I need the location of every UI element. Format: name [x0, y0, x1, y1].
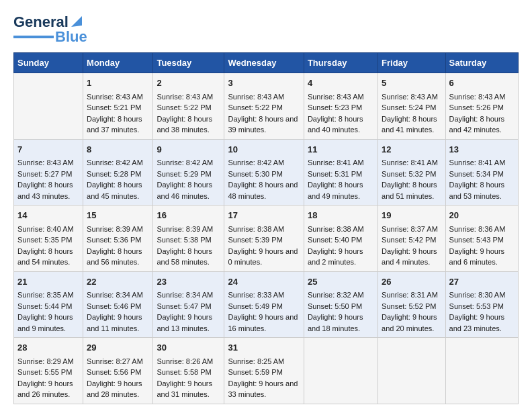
sunset-text: Sunset: 5:59 PM	[228, 367, 300, 378]
sunrise-text: Sunrise: 8:43 AM	[308, 91, 374, 103]
calendar-cell: 25Sunrise: 8:32 AMSunset: 5:50 PMDayligh…	[304, 271, 378, 338]
header-monday: Monday	[83, 53, 153, 73]
sunrise-text: Sunrise: 8:41 AM	[382, 157, 442, 169]
daylight-text: Daylight: 8 hours and 39 minutes.	[228, 113, 300, 136]
daylight-text: Daylight: 8 hours and 53 minutes.	[449, 179, 515, 201]
daylight-text: Daylight: 9 hours and 33 minutes.	[228, 378, 300, 400]
sunrise-text: Sunrise: 8:43 AM	[157, 91, 220, 103]
day-number: 26	[382, 275, 442, 289]
day-number: 15	[87, 209, 149, 222]
sunrise-text: Sunrise: 8:42 AM	[87, 157, 149, 169]
sunrise-text: Sunrise: 8:43 AM	[87, 91, 149, 103]
calendar-cell: 8Sunrise: 8:42 AMSunset: 5:28 PMDaylight…	[83, 139, 153, 205]
day-number: 14	[17, 209, 79, 222]
daylight-text: Daylight: 8 hours and 38 minutes.	[157, 113, 220, 136]
sunrise-text: Sunrise: 8:35 AM	[17, 289, 79, 301]
calendar-cell: 3Sunrise: 8:43 AMSunset: 5:22 PMDaylight…	[224, 73, 304, 140]
calendar-cell: 2Sunrise: 8:43 AMSunset: 5:22 PMDaylight…	[153, 73, 224, 140]
day-number: 7	[17, 143, 79, 156]
sunrise-text: Sunrise: 8:41 AM	[449, 157, 515, 169]
daylight-text: Daylight: 9 hours and 31 minutes.	[157, 378, 220, 400]
day-number: 18	[308, 209, 374, 222]
sunrise-text: Sunrise: 8:32 AM	[308, 289, 374, 301]
sunset-text: Sunset: 5:32 PM	[382, 169, 442, 180]
daylight-text: Daylight: 9 hours and 13 minutes.	[157, 312, 220, 334]
sunset-text: Sunset: 5:21 PM	[87, 102, 149, 113]
day-number: 31	[228, 341, 300, 355]
header-row: SundayMondayTuesdayWednesdayThursdayFrid…	[14, 53, 519, 73]
daylight-text: Daylight: 9 hours and 4 minutes.	[382, 246, 442, 268]
sunset-text: Sunset: 5:39 PM	[228, 234, 300, 246]
sunset-text: Sunset: 5:22 PM	[228, 102, 300, 113]
header-wednesday: Wednesday	[224, 53, 304, 73]
calendar-cell: 14Sunrise: 8:40 AMSunset: 5:35 PMDayligh…	[14, 205, 83, 272]
daylight-text: Daylight: 8 hours and 46 minutes.	[157, 179, 220, 201]
sunrise-text: Sunrise: 8:29 AM	[17, 356, 79, 367]
calendar-cell: 26Sunrise: 8:31 AMSunset: 5:52 PMDayligh…	[378, 271, 446, 338]
day-number: 5	[382, 77, 442, 90]
sunset-text: Sunset: 5:27 PM	[17, 169, 79, 180]
header-tuesday: Tuesday	[153, 53, 224, 73]
daylight-text: Daylight: 8 hours and 48 minutes.	[228, 179, 300, 201]
calendar-cell	[304, 338, 378, 404]
header-saturday: Saturday	[445, 53, 518, 73]
sunset-text: Sunset: 5:43 PM	[449, 234, 515, 246]
calendar-cell: 19Sunrise: 8:37 AMSunset: 5:42 PMDayligh…	[378, 205, 446, 272]
calendar-table: SundayMondayTuesdayWednesdayThursdayFrid…	[13, 52, 519, 404]
day-number: 11	[308, 143, 374, 156]
sunset-text: Sunset: 5:28 PM	[87, 169, 149, 180]
calendar-cell	[14, 73, 83, 140]
day-number: 24	[228, 275, 300, 289]
sunset-text: Sunset: 5:49 PM	[228, 301, 300, 312]
day-number: 28	[17, 341, 79, 355]
week-row-3: 14Sunrise: 8:40 AMSunset: 5:35 PMDayligh…	[14, 205, 519, 272]
sunset-text: Sunset: 5:36 PM	[87, 234, 149, 246]
day-number: 1	[87, 77, 149, 90]
logo-area: General Blue	[13, 13, 87, 46]
day-number: 22	[87, 275, 149, 289]
day-number: 4	[308, 77, 374, 90]
sunrise-text: Sunrise: 8:43 AM	[449, 91, 515, 103]
sunset-text: Sunset: 5:29 PM	[157, 169, 220, 180]
sunset-text: Sunset: 5:55 PM	[17, 367, 79, 378]
sunrise-text: Sunrise: 8:38 AM	[308, 224, 374, 235]
day-number: 19	[382, 209, 442, 222]
sunrise-text: Sunrise: 8:36 AM	[449, 224, 515, 235]
sunset-text: Sunset: 5:26 PM	[449, 102, 515, 113]
calendar-cell: 29Sunrise: 8:27 AMSunset: 5:56 PMDayligh…	[83, 338, 153, 404]
daylight-text: Daylight: 8 hours and 37 minutes.	[87, 113, 149, 136]
sunrise-text: Sunrise: 8:34 AM	[87, 289, 149, 301]
week-row-2: 7Sunrise: 8:43 AMSunset: 5:27 PMDaylight…	[14, 139, 519, 205]
calendar-cell: 7Sunrise: 8:43 AMSunset: 5:27 PMDaylight…	[14, 139, 83, 205]
page-header: General Blue	[13, 13, 519, 46]
day-number: 2	[157, 77, 220, 90]
logo-blue: Blue	[55, 28, 87, 46]
sunrise-text: Sunrise: 8:41 AM	[308, 157, 374, 169]
calendar-cell: 17Sunrise: 8:38 AMSunset: 5:39 PMDayligh…	[224, 205, 304, 272]
calendar-cell: 21Sunrise: 8:35 AMSunset: 5:44 PMDayligh…	[14, 271, 83, 338]
sunrise-text: Sunrise: 8:26 AM	[157, 356, 220, 367]
sunrise-text: Sunrise: 8:27 AM	[87, 356, 149, 367]
sunset-text: Sunset: 5:24 PM	[382, 102, 442, 113]
header-sunday: Sunday	[14, 53, 83, 73]
header-friday: Friday	[378, 53, 446, 73]
calendar-cell: 12Sunrise: 8:41 AMSunset: 5:32 PMDayligh…	[378, 139, 446, 205]
sunset-text: Sunset: 5:50 PM	[308, 301, 374, 312]
daylight-text: Daylight: 9 hours and 18 minutes.	[308, 312, 374, 334]
daylight-text: Daylight: 9 hours and 0 minutes.	[228, 246, 300, 268]
daylight-text: Daylight: 8 hours and 54 minutes.	[17, 246, 79, 268]
calendar-cell: 13Sunrise: 8:41 AMSunset: 5:34 PMDayligh…	[445, 139, 518, 205]
day-number: 16	[157, 209, 220, 222]
sunrise-text: Sunrise: 8:42 AM	[228, 157, 300, 169]
calendar-cell: 5Sunrise: 8:43 AMSunset: 5:24 PMDaylight…	[378, 73, 446, 140]
sunrise-text: Sunrise: 8:43 AM	[17, 157, 79, 169]
daylight-text: Daylight: 8 hours and 45 minutes.	[87, 179, 149, 201]
calendar-cell: 1Sunrise: 8:43 AMSunset: 5:21 PMDaylight…	[83, 73, 153, 140]
daylight-text: Daylight: 8 hours and 56 minutes.	[87, 246, 149, 268]
week-row-4: 21Sunrise: 8:35 AMSunset: 5:44 PMDayligh…	[14, 271, 519, 338]
calendar-cell: 16Sunrise: 8:39 AMSunset: 5:38 PMDayligh…	[153, 205, 224, 272]
calendar-cell: 6Sunrise: 8:43 AMSunset: 5:26 PMDaylight…	[445, 73, 518, 140]
sunrise-text: Sunrise: 8:40 AM	[17, 224, 79, 235]
sunset-text: Sunset: 5:42 PM	[382, 234, 442, 246]
sunset-text: Sunset: 5:47 PM	[157, 301, 220, 312]
